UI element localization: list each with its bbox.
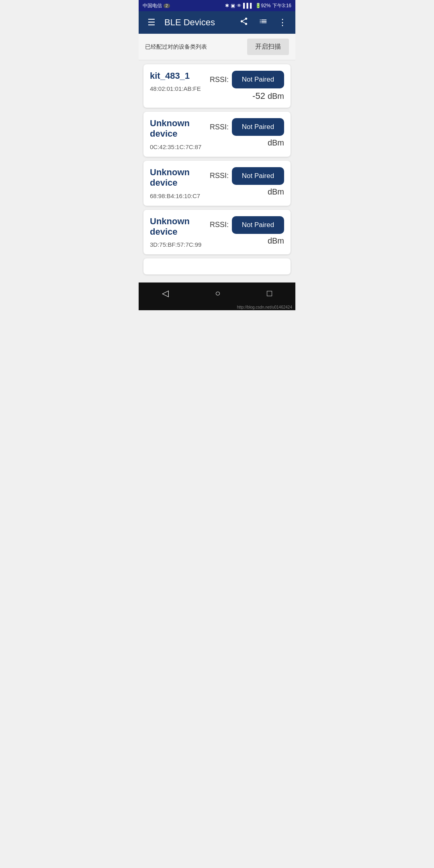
device-info-1: kit_483_1 48:02:01:01:AB:FE [150,71,210,92]
device-info-4: Unknowndevice 3D:75:BF:57:7C:99 [150,216,210,248]
battery-icon: 🔋92% [255,3,271,8]
paired-devices-label: 已经配过对的设备类列表 [145,43,207,51]
rssi-label-1: RSSI: [210,76,229,84]
watermark: http://blog.csdn.net/u01462424 [139,304,295,310]
bluetooth-icon: ✱ [225,3,229,8]
device-right-4: RSSI: Not Paired dBm [210,216,284,246]
back-button[interactable]: ◁ [154,285,177,302]
device-card-4: Unknowndevice 3D:75:BF:57:7C:99 RSSI: No… [143,210,291,255]
device-name-1: kit_483_1 [150,71,210,81]
list-view-icon[interactable] [257,17,270,28]
rssi-label-3: RSSI: [210,172,229,180]
dbm-label-4: dBm [268,236,284,246]
dbm-label-1: dBm [268,92,284,101]
time-label: 下午3:16 [272,2,291,9]
app-bar: ☰ BLE Devices ⋮ [139,11,295,34]
page-title: BLE Devices [164,17,231,28]
device-right-2: RSSI: Not Paired dBm [210,118,284,147]
rssi-label-2: RSSI: [210,123,229,131]
device-card-5 [143,258,291,274]
not-paired-button-4[interactable]: Not Paired [232,216,284,234]
rssi-value-1: -52 [252,91,265,101]
more-options-icon[interactable]: ⋮ [276,17,289,28]
notification-badge: 2 [164,4,170,8]
device-mac-2: 0C:42:35:1C:7C:87 [150,143,210,150]
sub-header: 已经配过对的设备类列表 开启扫描 [139,34,295,60]
device-name-2: Unknowndevice [150,118,210,139]
signal-icon: ▌▌▌ [243,3,254,8]
device-right-1: RSSI: Not Paired -52 dBm [210,71,284,101]
device-card-2: Unknowndevice 0C:42:35:1C:7C:87 RSSI: No… [143,112,291,157]
vibrate-icon: ▣ [231,3,235,8]
device-right-3: RSSI: Not Paired dBm [210,167,284,197]
device-mac-1: 48:02:01:01:AB:FE [150,85,210,92]
device-mac-3: 68:98:B4:16:10:C7 [150,192,210,199]
not-paired-button-3[interactable]: Not Paired [232,167,284,185]
device-name-4: Unknowndevice [150,216,210,237]
dbm-label-2: dBm [268,138,284,147]
not-paired-button-1[interactable]: Not Paired [232,71,284,88]
scan-button[interactable]: 开启扫描 [247,39,289,55]
status-left: 中国电信 2 [143,2,170,9]
device-card-1: kit_483_1 48:02:01:01:AB:FE RSSI: Not Pa… [143,64,291,108]
home-button[interactable]: ○ [207,285,228,302]
device-list: kit_483_1 48:02:01:01:AB:FE RSSI: Not Pa… [139,60,295,278]
menu-icon[interactable]: ☰ [145,17,158,28]
status-right: ✱ ▣ 👁 ▌▌▌ 🔋92% 下午3:16 [225,2,291,9]
device-mac-4: 3D:75:BF:57:7C:99 [150,241,210,248]
rssi-label-4: RSSI: [210,221,229,229]
not-paired-button-2[interactable]: Not Paired [232,118,284,136]
share-icon[interactable] [237,17,250,28]
recent-apps-button[interactable]: □ [259,285,280,302]
status-bar: 中国电信 2 ✱ ▣ 👁 ▌▌▌ 🔋92% 下午3:16 [139,0,295,11]
device-name-3: Unknowndevice [150,167,210,188]
bottom-nav: ◁ ○ □ [139,283,295,304]
device-card-3: Unknowndevice 68:98:B4:16:10:C7 RSSI: No… [143,161,291,206]
device-info-3: Unknowndevice 68:98:B4:16:10:C7 [150,167,210,199]
dbm-label-3: dBm [268,187,284,197]
carrier-label: 中国电信 [143,2,162,9]
eye-icon: 👁 [237,3,242,8]
device-info-2: Unknowndevice 0C:42:35:1C:7C:87 [150,118,210,150]
